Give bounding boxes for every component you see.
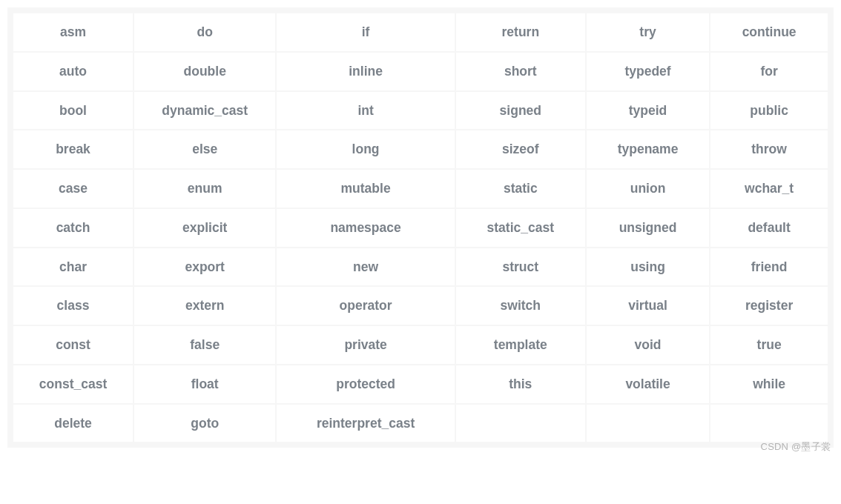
table-cell: void — [587, 326, 709, 364]
table-cell: true — [710, 326, 828, 364]
keywords-table: asm do if return try continue auto doubl… — [12, 12, 829, 443]
table-cell: dynamic_cast — [134, 92, 275, 130]
table-row: const_cast float protected this volatile… — [13, 365, 828, 403]
table-head: asm do if return try continue — [13, 13, 828, 51]
table-cell: else — [134, 130, 275, 168]
table-cell: volatile — [587, 365, 709, 403]
table-cell: long — [277, 130, 454, 168]
table-row: char export new struct using friend — [13, 248, 828, 286]
table-cell: catch — [13, 209, 133, 247]
table-cell: extern — [134, 287, 275, 325]
table-cell: while — [710, 365, 828, 403]
table-cell: char — [13, 248, 133, 286]
table-cell: switch — [456, 287, 585, 325]
table-cell: reinterpret_cast — [277, 405, 454, 442]
table-cell: using — [587, 248, 709, 286]
table-cell: double — [134, 53, 275, 90]
table-cell: register — [710, 287, 828, 325]
table-row: case enum mutable static union wchar_t — [13, 170, 828, 208]
table-cell: float — [134, 365, 275, 403]
table-cell: short — [456, 53, 585, 90]
table-header-cell: return — [456, 13, 585, 51]
table-cell: goto — [134, 405, 275, 442]
table-cell: mutable — [277, 170, 454, 208]
table-cell: case — [13, 170, 133, 208]
table-cell: typedef — [587, 53, 709, 90]
table-cell: wchar_t — [710, 170, 828, 208]
table-cell: for — [710, 53, 828, 90]
table-header-row: asm do if return try continue — [13, 13, 828, 51]
table-cell: this — [456, 365, 585, 403]
table-cell: protected — [277, 365, 454, 403]
table-cell: typename — [587, 130, 709, 168]
table-header-cell: continue — [710, 13, 828, 51]
table-cell: typeid — [587, 92, 709, 130]
table-cell: explicit — [134, 209, 275, 247]
table-cell: static_cast — [456, 209, 585, 247]
table-row: catch explicit namespace static_cast uns… — [13, 209, 828, 247]
table-cell: class — [13, 287, 133, 325]
table-header-cell: if — [277, 13, 454, 51]
table-cell: throw — [710, 130, 828, 168]
table-cell: const_cast — [13, 365, 133, 403]
table-cell: static — [456, 170, 585, 208]
table-cell: default — [710, 209, 828, 247]
table-row: auto double inline short typedef for — [13, 53, 828, 90]
table-cell: struct — [456, 248, 585, 286]
table-cell: friend — [710, 248, 828, 286]
table-cell: public — [710, 92, 828, 130]
table-row: const false private template void true — [13, 326, 828, 364]
table-row: class extern operator switch virtual reg… — [13, 287, 828, 325]
table-header-cell: do — [134, 13, 275, 51]
table-cell — [456, 405, 585, 442]
watermark-text: CSDN @墨子裳 — [761, 440, 831, 454]
table-cell — [587, 405, 709, 442]
table-cell: bool — [13, 92, 133, 130]
table-cell: enum — [134, 170, 275, 208]
table-cell: unsigned — [587, 209, 709, 247]
table-cell: inline — [277, 53, 454, 90]
table-cell: operator — [277, 287, 454, 325]
table-cell: auto — [13, 53, 133, 90]
table-cell: delete — [13, 405, 133, 442]
table-row: delete goto reinterpret_cast — [13, 405, 828, 442]
table-row: break else long sizeof typename throw — [13, 130, 828, 168]
table-cell: sizeof — [456, 130, 585, 168]
table-cell: template — [456, 326, 585, 364]
table-cell: namespace — [277, 209, 454, 247]
table-cell: break — [13, 130, 133, 168]
keywords-table-wrapper: asm do if return try continue auto doubl… — [7, 7, 834, 448]
table-cell: const — [13, 326, 133, 364]
table-cell: int — [277, 92, 454, 130]
table-cell: virtual — [587, 287, 709, 325]
table-body: auto double inline short typedef for boo… — [13, 53, 828, 442]
table-cell — [710, 405, 828, 442]
table-cell: false — [134, 326, 275, 364]
table-cell: new — [277, 248, 454, 286]
table-header-cell: asm — [13, 13, 133, 51]
table-row: bool dynamic_cast int signed typeid publ… — [13, 92, 828, 130]
table-header-cell: try — [587, 13, 709, 51]
table-cell: union — [587, 170, 709, 208]
table-cell: private — [277, 326, 454, 364]
table-cell: signed — [456, 92, 585, 130]
table-cell: export — [134, 248, 275, 286]
